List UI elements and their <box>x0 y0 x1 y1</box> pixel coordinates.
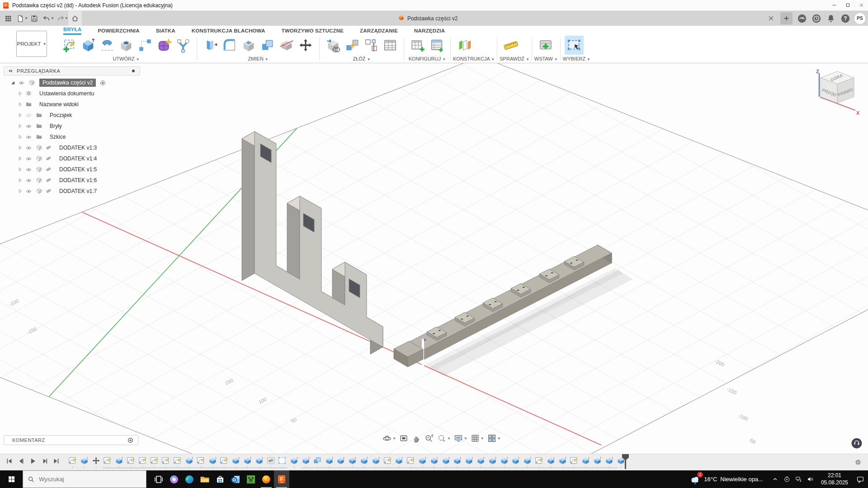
expander-icon[interactable] <box>17 102 23 108</box>
expander-icon[interactable] <box>17 156 23 162</box>
close-tab-icon[interactable] <box>766 13 776 23</box>
taskbar-search[interactable] <box>23 470 146 488</box>
expander-icon[interactable] <box>17 123 23 129</box>
timeline-selection-feature[interactable] <box>278 456 287 465</box>
browser-item-label[interactable]: DODATEK v1:6 <box>56 176 100 184</box>
timeline-extrude-feature[interactable] <box>301 456 311 465</box>
timeline-extrude-feature[interactable] <box>441 456 451 465</box>
minimize-button[interactable] <box>827 0 841 10</box>
combine-icon[interactable] <box>258 36 277 55</box>
timeline-sketch-feature[interactable] <box>68 456 77 465</box>
play-button[interactable] <box>28 456 37 465</box>
viewport-canvas[interactable]: -100-15015010050-200-150-100-50 PRZEGLĄD… <box>0 63 868 454</box>
timeline-extrude-feature[interactable] <box>371 456 381 465</box>
taskbar-app-edge[interactable] <box>182 470 197 488</box>
assistant-badge[interactable] <box>851 437 863 449</box>
timeline-extrude-feature[interactable] <box>581 456 590 465</box>
timeline-combine-feature[interactable] <box>313 456 322 465</box>
browser-item[interactable]: DODATEK v1:5 <box>4 164 140 175</box>
user-avatar[interactable]: PS <box>854 13 865 24</box>
look-at-icon[interactable] <box>399 433 409 443</box>
go-to-end-button[interactable] <box>52 456 61 465</box>
ribbon-tab-powierzchnia[interactable]: POWIERZCHNIA <box>98 28 139 35</box>
root-component-label[interactable]: Podstawka części v2 <box>39 79 96 87</box>
browser-item[interactable]: DODATEK v1:3 <box>4 142 140 153</box>
expander-icon[interactable] <box>17 91 23 97</box>
eye-icon[interactable] <box>25 145 33 151</box>
browser-item[interactable]: Nazwane widoki <box>4 99 140 110</box>
file-new-dropdown-caret[interactable]: ▼ <box>24 16 28 20</box>
browser-item[interactable]: DODATEK v1:4 <box>4 153 140 164</box>
timeline-sketch-feature[interactable] <box>383 456 392 465</box>
timeline-sketch-feature[interactable] <box>196 456 206 465</box>
timeline-sketch-feature[interactable] <box>150 456 159 465</box>
timeline-extrude-feature[interactable] <box>546 456 556 465</box>
ribbon-group-label[interactable]: SPRAWDŹ ▼ <box>500 56 529 61</box>
tray-network-icon[interactable] <box>793 470 805 488</box>
timeline-extrude-feature[interactable] <box>184 456 194 465</box>
browser-item-label[interactable]: Początek <box>47 111 75 119</box>
model-comb-bracket[interactable] <box>242 131 383 354</box>
timeline-sketch-feature[interactable] <box>534 456 544 465</box>
timeline-settings-gear-icon[interactable] <box>854 458 863 467</box>
pattern-icon[interactable] <box>136 36 155 55</box>
eye-icon[interactable] <box>25 134 33 141</box>
document-tab[interactable]: Podstawka części v2 <box>398 11 458 26</box>
browser-item-label[interactable]: Ustawienia dokumentu <box>36 89 97 98</box>
pipe-icon[interactable] <box>174 36 193 55</box>
browser-item[interactable]: Szkice <box>4 131 140 142</box>
fillet-icon[interactable] <box>220 36 239 55</box>
taskbar-app-store[interactable] <box>212 470 228 488</box>
derive-icon[interactable] <box>324 36 343 55</box>
activate-radio-icon[interactable] <box>99 80 106 86</box>
comment-bar[interactable]: KOMENTARZ <box>4 435 138 445</box>
new-tab-button[interactable] <box>780 12 793 24</box>
browser-item-label[interactable]: Szkice <box>47 133 69 141</box>
undo-dropdown-caret[interactable]: ▼ <box>51 16 54 20</box>
timeline-extrude-feature[interactable] <box>500 456 509 465</box>
joint-icon[interactable] <box>343 36 362 55</box>
step-forward-button[interactable] <box>40 456 49 465</box>
history-icon[interactable] <box>811 13 821 23</box>
eye-icon[interactable] <box>25 123 33 130</box>
timeline-extrude-feature[interactable] <box>394 456 404 465</box>
ribbon-tab-zarządzanie[interactable]: ZARZĄDZANIE <box>360 28 398 35</box>
tray-volume-icon[interactable] <box>805 470 816 488</box>
project-button[interactable]: PROJEKT▼ <box>16 31 47 57</box>
redo-dropdown-caret[interactable]: ▼ <box>65 16 68 20</box>
timeline-extrude-feature[interactable] <box>429 456 439 465</box>
timeline-extrude-feature[interactable] <box>593 456 602 465</box>
ribbon-tab-konstrukcja-blachowa[interactable]: KONSTRUKCJA BLACHOWA <box>192 28 265 35</box>
notification-center-icon[interactable] <box>853 470 868 488</box>
taskbar-app-firefox[interactable] <box>259 470 274 488</box>
timeline-sketch-feature[interactable] <box>569 456 579 465</box>
timeline-extrude-feature[interactable] <box>336 456 345 465</box>
taskbar-app-task-view[interactable] <box>151 470 166 488</box>
orbit-icon[interactable]: ▼ <box>382 433 396 443</box>
go-to-start-button[interactable] <box>5 456 14 465</box>
timeline-extrude-feature[interactable] <box>289 456 299 465</box>
timeline-extrude-feature[interactable] <box>418 456 427 465</box>
taskbar-app-outlook[interactable] <box>228 470 243 488</box>
expander-open-icon[interactable] <box>10 80 16 86</box>
ribbon-tab-tworzywo-sztuczne[interactable]: TWORZYWO SZTUCZNE <box>281 28 344 35</box>
tray-chevron-up-icon[interactable] <box>769 470 781 488</box>
eye-icon[interactable] <box>25 188 33 195</box>
ribbon-group-label[interactable]: ZMIEŃ ▼ <box>248 56 268 61</box>
timeline-link-feature[interactable] <box>266 456 276 465</box>
revolve-icon[interactable] <box>98 36 117 55</box>
notifications-bell-icon[interactable] <box>826 13 836 23</box>
timeline-extrude-feature[interactable] <box>208 456 217 465</box>
ribbon-group-label[interactable]: KONFIGURUJ ▼ <box>409 56 446 61</box>
browser-item-label[interactable]: Bryły <box>47 122 65 130</box>
eye-icon[interactable] <box>25 166 33 173</box>
timeline-extrude-feature[interactable] <box>359 456 369 465</box>
browser-item[interactable]: Bryły <box>4 121 140 131</box>
hole-icon[interactable] <box>117 36 136 55</box>
ribbon-group-label[interactable]: WYBIERZ ▼ <box>563 56 590 61</box>
ribbon-group-label[interactable]: WSTAW ▼ <box>534 56 558 61</box>
help-icon[interactable]: ? <box>840 13 850 23</box>
construction-plane-icon[interactable] <box>455 36 474 55</box>
eye-icon[interactable] <box>25 155 33 162</box>
fit-icon[interactable]: ▼ <box>437 433 451 443</box>
